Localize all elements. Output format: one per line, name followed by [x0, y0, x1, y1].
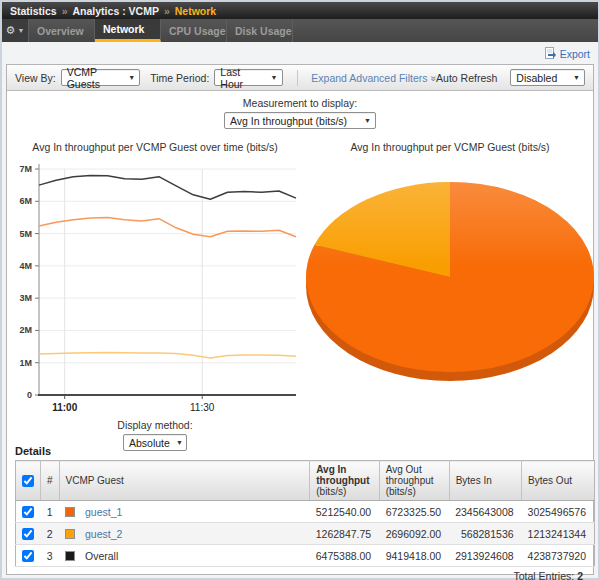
- content-frame: View By: VCMP Guests ▼ Time Period: Last…: [6, 64, 594, 575]
- expand-advanced-filters-link[interactable]: Expand Advanced Filters»: [311, 72, 436, 84]
- display-method-select[interactable]: Absolute ▼: [123, 434, 187, 451]
- line-chart-svg: 01M2M3M4M5M6M7M11:0011:30: [9, 157, 301, 419]
- col-header-bytes-out[interactable]: Bytes Out: [522, 461, 595, 501]
- gear-icon: ⚙: [6, 25, 16, 36]
- row-checkbox[interactable]: [22, 506, 34, 518]
- measurement-select[interactable]: Avg In throughput (bits/s) ▼: [224, 112, 376, 129]
- row-number: 1: [41, 501, 60, 523]
- measurement-label: Measurement to display:: [7, 97, 593, 109]
- series-color-swatch: [65, 529, 75, 539]
- svg-text:7M: 7M: [19, 164, 32, 174]
- breadcrumb-separator: »: [62, 5, 68, 17]
- view-by-value: VCMP Guests: [67, 66, 123, 90]
- table-row-overall: 3 Overall 6475388.00 9419418.00 29139246…: [16, 545, 595, 567]
- bytes-in-value: 2345643008: [449, 501, 521, 523]
- select-arrow-icon: ▼: [271, 74, 278, 81]
- export-icon: [544, 47, 557, 60]
- breadcrumb-analytics-vcmp[interactable]: Analytics : VCMP: [73, 5, 159, 17]
- svg-text:6M: 6M: [19, 196, 32, 206]
- filter-toolbar: View By: VCMP Guests ▼ Time Period: Last…: [7, 65, 593, 91]
- toolbar-divider: [297, 70, 298, 86]
- view-by-select[interactable]: VCMP Guests ▼: [61, 69, 141, 86]
- col-header-avg-in-unit: (bits/s): [316, 486, 372, 497]
- bytes-in-value: 2913924608: [449, 545, 521, 567]
- svg-text:5M: 5M: [19, 229, 32, 239]
- row-number: 2: [41, 523, 60, 545]
- svg-text:1M: 1M: [19, 358, 32, 368]
- tab-network[interactable]: Network: [95, 19, 161, 42]
- tab-cpu-usage[interactable]: CPU Usage: [161, 19, 227, 42]
- details-table: # VCMP Guest Avg In throughput (bits/s) …: [15, 460, 595, 567]
- select-arrow-icon: ▼: [573, 74, 580, 81]
- col-header-avg-out[interactable]: Avg Out throughput (bits/s): [379, 461, 449, 501]
- col-header-num[interactable]: #: [41, 461, 60, 501]
- export-label: Export: [560, 48, 590, 60]
- auto-refresh-value: Disabled: [516, 72, 557, 84]
- avg-out-value: 6723325.50: [379, 501, 449, 523]
- series-color-swatch: [65, 507, 75, 517]
- view-by-label: View By:: [15, 72, 56, 84]
- auto-refresh-label: Auto Refresh: [436, 72, 497, 84]
- select-arrow-icon: ▼: [128, 74, 135, 81]
- measurement-value: Avg In throughput (bits/s): [230, 115, 347, 127]
- auto-refresh-select[interactable]: Disabled ▼: [510, 69, 585, 86]
- total-entries-value: 2: [577, 570, 583, 580]
- svg-text:11:00: 11:00: [52, 402, 77, 413]
- display-method-block: Display method: Absolute ▼: [9, 419, 301, 451]
- tab-overview[interactable]: Overview: [29, 19, 95, 42]
- col-header-bytes-in[interactable]: Bytes In: [449, 461, 521, 501]
- select-arrow-icon: ▼: [364, 117, 371, 124]
- guest-link[interactable]: guest_2: [85, 528, 122, 540]
- col-header-avg-in-label: Avg In throughput: [316, 464, 372, 486]
- chevron-down-icon: ▼: [17, 27, 24, 34]
- avg-in-value: 1262847.75: [310, 523, 379, 545]
- bytes-in-value: 568281536: [449, 523, 521, 545]
- svg-text:11:30: 11:30: [190, 402, 215, 413]
- page: Statistics » Analytics : VCMP » Network …: [2, 2, 598, 578]
- bytes-out-value: 1213241344: [522, 523, 595, 545]
- avg-out-value: 9419418.00: [379, 545, 449, 567]
- line-chart: Avg In throughput per VCMP Guest over ti…: [9, 141, 301, 423]
- total-entries: Total Entries:2: [513, 570, 583, 580]
- breadcrumb-separator: »: [164, 5, 170, 17]
- row-checkbox[interactable]: [22, 528, 34, 540]
- line-chart-title: Avg In throughput per VCMP Guest over ti…: [9, 141, 301, 157]
- time-period-label: Time Period:: [150, 72, 209, 84]
- pie-chart-svg: [301, 157, 599, 399]
- tab-disk-usage[interactable]: Disk Usage: [227, 19, 293, 42]
- svg-text:4M: 4M: [19, 261, 32, 271]
- breadcrumb: Statistics » Analytics : VCMP » Network: [2, 2, 598, 19]
- table-row-guest-1: 1 guest_1 5212540.00 6723325.50 23456430…: [16, 501, 595, 523]
- export-button[interactable]: Export: [544, 47, 590, 60]
- col-header-vcmp-guest[interactable]: VCMP Guest: [59, 461, 310, 501]
- breadcrumb-statistics[interactable]: Statistics: [10, 5, 57, 17]
- avg-in-value: 6475388.00: [310, 545, 379, 567]
- row-checkbox[interactable]: [22, 550, 34, 562]
- expand-advanced-filters-label: Expand Advanced Filters: [311, 72, 427, 84]
- display-method-value: Absolute: [129, 437, 170, 449]
- select-all-checkbox[interactable]: [22, 475, 34, 487]
- bytes-out-value: 3025496576: [522, 501, 595, 523]
- col-header-avg-out-unit: (bits/s): [386, 486, 443, 497]
- series-color-swatch: [65, 551, 75, 561]
- row-number: 3: [41, 545, 60, 567]
- svg-text:3M: 3M: [19, 293, 32, 303]
- details-header-row: # VCMP Guest Avg In throughput (bits/s) …: [16, 461, 595, 501]
- total-entries-label: Total Entries:: [513, 570, 574, 580]
- details-title: Details: [15, 445, 51, 457]
- pie-chart: Avg In throughput per VCMP Guest (bits/s…: [301, 141, 599, 403]
- guest-link[interactable]: guest_1: [85, 506, 122, 518]
- pie-chart-title: Avg In throughput per VCMP Guest (bits/s…: [301, 141, 599, 157]
- measurement-block: Measurement to display: Avg In throughpu…: [7, 97, 593, 129]
- col-header-avg-out-label: Avg Out throughput: [386, 464, 443, 486]
- col-header-avg-in[interactable]: Avg In throughput (bits/s): [310, 461, 379, 501]
- tab-bar: ⚙ ▼ Overview Network CPU Usage Disk Usag…: [2, 19, 598, 42]
- avg-in-value: 5212540.00: [310, 501, 379, 523]
- time-period-select[interactable]: Last Hour ▼: [214, 69, 282, 86]
- avg-out-value: 2696092.00: [379, 523, 449, 545]
- overall-label: Overall: [85, 550, 118, 562]
- settings-menu-button[interactable]: ⚙ ▼: [2, 19, 29, 42]
- bytes-out-value: 4238737920: [522, 545, 595, 567]
- time-period-value: Last Hour: [220, 66, 264, 90]
- double-chevron-down-icon: »: [428, 75, 439, 81]
